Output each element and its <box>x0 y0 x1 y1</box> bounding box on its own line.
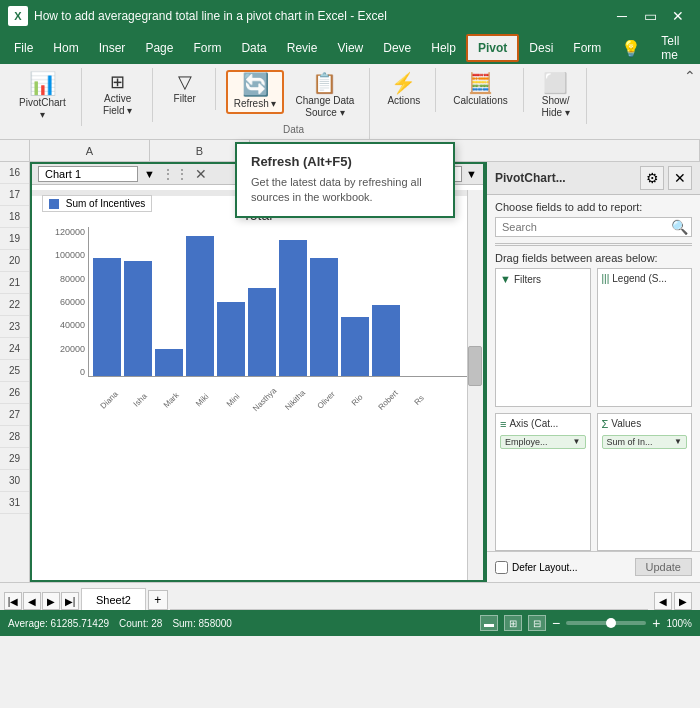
menu-view[interactable]: View <box>327 34 373 62</box>
main-area: 16 17 18 19 20 21 22 23 24 25 26 27 28 2… <box>0 162 700 582</box>
pivot-fields-section: Choose fields to add to report: 🔍 <box>487 195 700 243</box>
sheet-nav-last[interactable]: ▶| <box>61 592 79 610</box>
menu-page[interactable]: Page <box>135 34 183 62</box>
zoom-slider[interactable] <box>566 621 646 625</box>
x-axis-labels: DianaIshaMarkMikiMiniNasthyaNikithaOlive… <box>40 397 475 406</box>
refresh-button[interactable]: 🔄 Refresh ▾ <box>226 70 285 114</box>
actions-button[interactable]: ⚡ Actions <box>380 70 427 110</box>
x-label-4: Mini <box>220 387 246 413</box>
pivot-close-button[interactable]: ✕ <box>668 166 692 190</box>
normal-view-button[interactable]: ▬ <box>480 615 498 631</box>
axis-chip-text: Employe... <box>505 437 548 447</box>
pivot-area-filters-header: ▼ Filters <box>500 273 586 285</box>
calculations-icon: 🧮 <box>468 73 493 93</box>
zoom-minus[interactable]: − <box>552 615 560 631</box>
sheet-tab-sheet2[interactable]: Sheet2 <box>81 588 146 610</box>
sheet-nav-next[interactable]: ▶ <box>42 592 60 610</box>
menu-help[interactable]: Help <box>421 34 466 62</box>
menu-data[interactable]: Data <box>231 34 276 62</box>
help-icon[interactable]: 💡 <box>611 34 651 62</box>
vertical-scrollbar-thumb[interactable] <box>468 346 482 386</box>
bar-chart-container: 120000 100000 80000 60000 40000 20000 0 <box>40 227 475 377</box>
axis-area-icon: ≡ <box>500 418 506 430</box>
ribbon-collapse-icon[interactable]: ⌃ <box>684 68 696 84</box>
activefield-button[interactable]: ⊞ ActiveField ▾ <box>92 70 144 120</box>
maximize-button[interactable]: ▭ <box>636 0 664 32</box>
activefield-label: ActiveField ▾ <box>103 93 132 117</box>
col-header-a[interactable]: A <box>30 140 150 161</box>
minimize-button[interactable]: ─ <box>608 0 636 32</box>
axis-chip-employee[interactable]: Employe... ▼ <box>500 435 586 449</box>
add-sheet-button[interactable]: + <box>148 590 168 610</box>
row-16: 16 <box>0 162 29 184</box>
share-icon[interactable]: ⋯ <box>689 34 700 62</box>
legend-label: Legend (S... <box>612 273 666 284</box>
menu-formulas[interactable]: Form <box>183 34 231 62</box>
sheet-navigation: |◀ ◀ ▶ ▶| <box>4 592 79 610</box>
axis-chip-dropdown[interactable]: ▼ <box>573 437 581 446</box>
chart-name-dropdown[interactable]: ▼ <box>144 168 155 180</box>
bar-5 <box>248 288 276 376</box>
pivot-panel-title: PivotChart... <box>495 171 566 185</box>
ribbon-group-data: 🔄 Refresh ▾ 📋 Change DataSource ▾ Data <box>218 68 371 139</box>
pivot-areas: ▼ Filters ||| Legend (S... ≡ Axis (Cat..… <box>487 268 700 551</box>
refresh-label: Refresh ▾ <box>234 98 277 110</box>
row-headers: 16 17 18 19 20 21 22 23 24 25 26 27 28 2… <box>0 162 30 582</box>
close-button[interactable]: ✕ <box>664 0 692 32</box>
ribbon-group-calculations: 🧮 Calculations <box>438 68 523 112</box>
chart-close-icon[interactable]: ✕ <box>195 166 207 182</box>
x-label-9: Robert <box>375 387 401 413</box>
menu-pivottable[interactable]: Pivot <box>466 34 519 62</box>
refresh-tooltip: Refresh (Alt+F5) Get the latest data by … <box>235 142 455 218</box>
chart-name-input[interactable] <box>38 166 138 182</box>
defer-checkbox-wrap: Defer Layout... <box>495 561 578 574</box>
calculations-button[interactable]: 🧮 Calculations <box>446 70 514 110</box>
legend-area-icon: ||| <box>602 273 610 284</box>
menu-developer[interactable]: Deve <box>373 34 421 62</box>
sheet-scroll-left[interactable]: ◀ <box>654 592 672 610</box>
update-button[interactable]: Update <box>635 558 692 576</box>
header-spacer <box>0 140 30 161</box>
filter-button[interactable]: ▽ Filter <box>163 70 207 108</box>
row-29: 29 <box>0 448 29 470</box>
defer-checkbox[interactable] <box>495 561 508 574</box>
values-chip-sum[interactable]: Sum of In... ▼ <box>602 435 688 449</box>
zoom-plus[interactable]: + <box>652 615 660 631</box>
chart-dropdown-icon[interactable]: ▼ <box>466 168 477 180</box>
pivot-area-axis: ≡ Axis (Cat... Employe... ▼ <box>495 413 591 552</box>
chart-legend-text: Sum of Incentives <box>66 198 145 209</box>
showhide-icon: ⬜ <box>543 73 568 93</box>
menu-format[interactable]: Form <box>563 34 611 62</box>
menu-home[interactable]: Hom <box>43 34 88 62</box>
zoom-level: 100% <box>666 618 692 629</box>
pivotchart-button[interactable]: 📊 PivotChart▾ <box>12 70 73 124</box>
sheet-nav-prev[interactable]: ◀ <box>23 592 41 610</box>
bar-8 <box>341 317 369 376</box>
x-label-0: Diana <box>96 387 122 413</box>
change-datasource-button[interactable]: 📋 Change DataSource ▾ <box>288 70 361 122</box>
vertical-scrollbar[interactable] <box>467 190 483 580</box>
row-26: 26 <box>0 382 29 404</box>
page-layout-view-button[interactable]: ⊞ <box>504 615 522 631</box>
choose-fields-label: Choose fields to add to report: <box>495 201 692 213</box>
pivot-search-input[interactable] <box>495 217 692 237</box>
sheet-nav-first[interactable]: |◀ <box>4 592 22 610</box>
tell-me[interactable]: Tell me <box>651 34 689 62</box>
x-label-2: Mark <box>158 387 184 413</box>
chart-area[interactable]: ▼ ⋮⋮ ✕ ▼ Sum of Incentives Total 120000 <box>30 162 485 582</box>
change-datasource-icon: 📋 <box>312 73 337 93</box>
x-label-8: Rio <box>344 387 370 413</box>
showhide-button[interactable]: ⬜ Show/Hide ▾ <box>534 70 578 122</box>
pivot-settings-button[interactable]: ⚙ <box>640 166 664 190</box>
page-break-view-button[interactable]: ⊟ <box>528 615 546 631</box>
menu-design[interactable]: Desi <box>519 34 563 62</box>
sheet-scroll-right[interactable]: ▶ <box>674 592 692 610</box>
values-chip-dropdown[interactable]: ▼ <box>674 437 682 446</box>
title-bar: X How to add averagegrand total line in … <box>0 0 700 32</box>
row-20: 20 <box>0 250 29 272</box>
menu-review[interactable]: Revie <box>277 34 328 62</box>
menu-file[interactable]: File <box>4 34 43 62</box>
tooltip-description: Get the latest data by refreshing all so… <box>251 175 439 206</box>
menu-insert[interactable]: Inser <box>89 34 136 62</box>
filters-label: Filters <box>514 274 541 285</box>
